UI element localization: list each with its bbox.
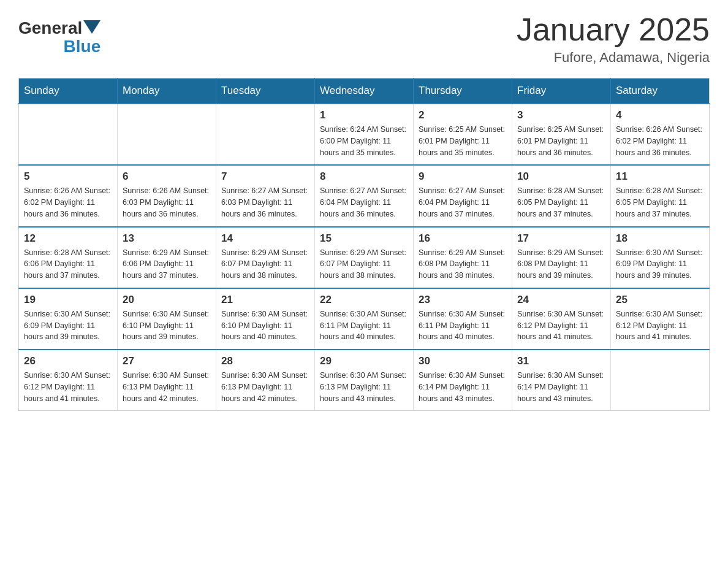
day-info: Sunrise: 6:30 AM Sunset: 6:12 PM Dayligh…: [517, 308, 605, 343]
day-info: Sunrise: 6:30 AM Sunset: 6:14 PM Dayligh…: [517, 370, 605, 404]
day-info: Sunrise: 6:29 AM Sunset: 6:08 PM Dayligh…: [419, 247, 507, 282]
day-number: 25: [616, 294, 704, 306]
day-info: Sunrise: 6:30 AM Sunset: 6:13 PM Dayligh…: [123, 370, 211, 404]
day-number: 30: [419, 355, 507, 367]
day-number: 12: [24, 232, 112, 245]
day-info: Sunrise: 6:25 AM Sunset: 6:01 PM Dayligh…: [419, 124, 507, 158]
day-number: 7: [221, 170, 309, 183]
calendar-cell: 3Sunrise: 6:25 AM Sunset: 6:01 PM Daylig…: [512, 104, 611, 165]
calendar-week-row: 12Sunrise: 6:28 AM Sunset: 6:06 PM Dayli…: [19, 227, 710, 288]
calendar-cell: 10Sunrise: 6:28 AM Sunset: 6:05 PM Dayli…: [512, 165, 611, 226]
calendar-cell: 25Sunrise: 6:30 AM Sunset: 6:12 PM Dayli…: [611, 288, 710, 350]
day-number: 21: [221, 294, 309, 306]
calendar-cell: 2Sunrise: 6:25 AM Sunset: 6:01 PM Daylig…: [414, 104, 512, 165]
day-number: 29: [320, 355, 408, 367]
day-number: 8: [320, 170, 408, 183]
calendar-week-row: 5Sunrise: 6:26 AM Sunset: 6:02 PM Daylig…: [19, 165, 710, 226]
calendar-cell: 27Sunrise: 6:30 AM Sunset: 6:13 PM Dayli…: [118, 350, 216, 411]
calendar-cell: 8Sunrise: 6:27 AM Sunset: 6:04 PM Daylig…: [315, 165, 414, 226]
day-info: Sunrise: 6:30 AM Sunset: 6:11 PM Dayligh…: [419, 308, 507, 343]
day-number: 20: [123, 294, 211, 306]
calendar-week-row: 26Sunrise: 6:30 AM Sunset: 6:12 PM Dayli…: [19, 350, 710, 411]
day-number: 26: [24, 355, 112, 367]
calendar-cell: 18Sunrise: 6:30 AM Sunset: 6:09 PM Dayli…: [611, 227, 710, 288]
header-monday: Monday: [118, 79, 216, 104]
calendar-cell: 4Sunrise: 6:26 AM Sunset: 6:02 PM Daylig…: [611, 104, 710, 165]
calendar-header-row: SundayMondayTuesdayWednesdayThursdayFrid…: [19, 79, 710, 104]
day-info: Sunrise: 6:26 AM Sunset: 6:03 PM Dayligh…: [123, 185, 211, 220]
day-number: 1: [320, 109, 408, 121]
day-info: Sunrise: 6:29 AM Sunset: 6:06 PM Dayligh…: [123, 247, 211, 282]
day-number: 23: [419, 294, 507, 306]
header-sunday: Sunday: [19, 79, 118, 104]
calendar-cell: [19, 104, 118, 165]
calendar-cell: 24Sunrise: 6:30 AM Sunset: 6:12 PM Dayli…: [512, 288, 611, 350]
day-number: 3: [517, 109, 605, 121]
day-info: Sunrise: 6:29 AM Sunset: 6:07 PM Dayligh…: [320, 247, 408, 282]
day-number: 17: [517, 232, 605, 245]
day-info: Sunrise: 6:30 AM Sunset: 6:10 PM Dayligh…: [221, 308, 309, 343]
day-number: 13: [123, 232, 211, 245]
day-info: Sunrise: 6:27 AM Sunset: 6:03 PM Dayligh…: [221, 185, 309, 220]
calendar-cell: 1Sunrise: 6:24 AM Sunset: 6:00 PM Daylig…: [315, 104, 414, 165]
day-info: Sunrise: 6:30 AM Sunset: 6:09 PM Dayligh…: [616, 247, 704, 282]
header-friday: Friday: [512, 79, 611, 104]
day-number: 19: [24, 294, 112, 306]
calendar-cell: [216, 104, 315, 165]
calendar-cell: 17Sunrise: 6:29 AM Sunset: 6:08 PM Dayli…: [512, 227, 611, 288]
calendar-cell: 11Sunrise: 6:28 AM Sunset: 6:05 PM Dayli…: [611, 165, 710, 226]
calendar-cell: 16Sunrise: 6:29 AM Sunset: 6:08 PM Dayli…: [414, 227, 512, 288]
calendar-cell: 19Sunrise: 6:30 AM Sunset: 6:09 PM Dayli…: [19, 288, 118, 350]
day-info: Sunrise: 6:29 AM Sunset: 6:08 PM Dayligh…: [517, 247, 605, 282]
day-info: Sunrise: 6:28 AM Sunset: 6:05 PM Dayligh…: [517, 185, 605, 220]
day-number: 4: [616, 109, 704, 121]
calendar-cell: 7Sunrise: 6:27 AM Sunset: 6:03 PM Daylig…: [216, 165, 315, 226]
calendar-cell: 29Sunrise: 6:30 AM Sunset: 6:13 PM Dayli…: [315, 350, 414, 411]
day-info: Sunrise: 6:30 AM Sunset: 6:12 PM Dayligh…: [616, 308, 704, 343]
day-info: Sunrise: 6:28 AM Sunset: 6:05 PM Dayligh…: [616, 185, 704, 220]
day-info: Sunrise: 6:24 AM Sunset: 6:00 PM Dayligh…: [320, 124, 408, 158]
day-number: 2: [419, 109, 507, 121]
day-number: 28: [221, 355, 309, 367]
page-header: General Blue January 2025 Fufore, Adamaw…: [18, 12, 710, 66]
day-info: Sunrise: 6:25 AM Sunset: 6:01 PM Dayligh…: [517, 124, 605, 158]
day-number: 6: [123, 170, 211, 183]
title-block: January 2025 Fufore, Adamawa, Nigeria: [517, 12, 710, 66]
day-info: Sunrise: 6:26 AM Sunset: 6:02 PM Dayligh…: [616, 124, 704, 158]
day-info: Sunrise: 6:30 AM Sunset: 6:10 PM Dayligh…: [123, 308, 211, 343]
day-number: 22: [320, 294, 408, 306]
logo-triangle-icon: [83, 20, 100, 34]
calendar-cell: 20Sunrise: 6:30 AM Sunset: 6:10 PM Dayli…: [118, 288, 216, 350]
day-info: Sunrise: 6:30 AM Sunset: 6:12 PM Dayligh…: [24, 370, 112, 404]
logo-general-text: General: [18, 18, 82, 38]
calendar-cell: 9Sunrise: 6:27 AM Sunset: 6:04 PM Daylig…: [414, 165, 512, 226]
day-number: 14: [221, 232, 309, 245]
day-number: 11: [616, 170, 704, 183]
calendar-cell: 31Sunrise: 6:30 AM Sunset: 6:14 PM Dayli…: [512, 350, 611, 411]
day-info: Sunrise: 6:30 AM Sunset: 6:13 PM Dayligh…: [221, 370, 309, 404]
calendar-cell: 12Sunrise: 6:28 AM Sunset: 6:06 PM Dayli…: [19, 227, 118, 288]
calendar-cell: 26Sunrise: 6:30 AM Sunset: 6:12 PM Dayli…: [19, 350, 118, 411]
day-info: Sunrise: 6:27 AM Sunset: 6:04 PM Dayligh…: [419, 185, 507, 220]
calendar-cell: 13Sunrise: 6:29 AM Sunset: 6:06 PM Dayli…: [118, 227, 216, 288]
calendar-cell: 6Sunrise: 6:26 AM Sunset: 6:03 PM Daylig…: [118, 165, 216, 226]
day-number: 16: [419, 232, 507, 245]
header-thursday: Thursday: [414, 79, 512, 104]
logo-blue-text: Blue: [64, 37, 101, 56]
day-number: 9: [419, 170, 507, 183]
day-number: 27: [123, 355, 211, 367]
day-number: 31: [517, 355, 605, 367]
calendar-cell: 14Sunrise: 6:29 AM Sunset: 6:07 PM Dayli…: [216, 227, 315, 288]
day-info: Sunrise: 6:28 AM Sunset: 6:06 PM Dayligh…: [24, 247, 112, 282]
day-info: Sunrise: 6:29 AM Sunset: 6:07 PM Dayligh…: [221, 247, 309, 282]
calendar-week-row: 19Sunrise: 6:30 AM Sunset: 6:09 PM Dayli…: [19, 288, 710, 350]
day-info: Sunrise: 6:30 AM Sunset: 6:11 PM Dayligh…: [320, 308, 408, 343]
month-title: January 2025: [517, 12, 710, 47]
calendar-table: SundayMondayTuesdayWednesdayThursdayFrid…: [18, 78, 710, 411]
calendar-cell: 23Sunrise: 6:30 AM Sunset: 6:11 PM Dayli…: [414, 288, 512, 350]
day-info: Sunrise: 6:30 AM Sunset: 6:14 PM Dayligh…: [419, 370, 507, 404]
header-wednesday: Wednesday: [315, 79, 414, 104]
day-number: 10: [517, 170, 605, 183]
calendar-cell: 21Sunrise: 6:30 AM Sunset: 6:10 PM Dayli…: [216, 288, 315, 350]
calendar-cell: 5Sunrise: 6:26 AM Sunset: 6:02 PM Daylig…: [19, 165, 118, 226]
